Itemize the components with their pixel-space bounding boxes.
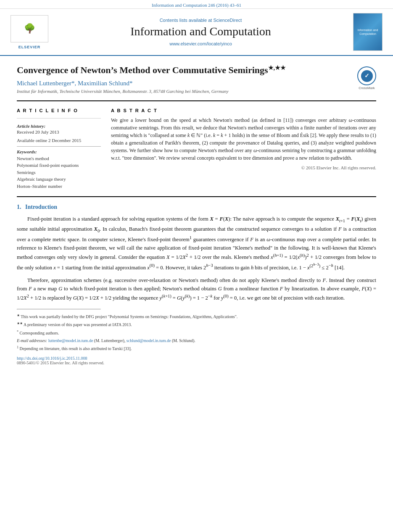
cover-title: Information and Computation — [355, 28, 380, 36]
elsevier-logo-section: 🌳 ELSEVIER — [8, 15, 50, 49]
elsevier-tree-icon: 🌳 — [24, 24, 35, 33]
info-divider-mid — [17, 146, 101, 147]
footnote-marker-2: ★★ — [17, 321, 23, 325]
info-divider-top — [17, 118, 101, 119]
section-divider — [17, 196, 376, 197]
abstract-column: A B S T R A C T We give a lower bound on… — [111, 108, 376, 190]
keyword-2: Polynomial fixed-point equations — [17, 162, 101, 169]
footnote-email-label: E-mail addresses: — [17, 338, 48, 343]
abstract-heading: A B S T R A C T — [111, 108, 376, 113]
footnote-divider — [17, 309, 101, 310]
article-info-column: A R T I C L E I N F O Article history: R… — [17, 108, 101, 190]
keyword-3: Semirings — [17, 169, 101, 176]
available-date: Available online 2 December 2015 — [17, 138, 101, 143]
thick-divider — [17, 100, 376, 101]
received-date: Received 20 July 2013 — [17, 129, 101, 134]
footnote-marker-4: 1 — [17, 345, 18, 349]
authors: Michael Luttenberger*, Maximilian Schlun… — [17, 80, 376, 87]
footnote-1: ★ This work was partially funded by the … — [17, 313, 376, 320]
footnote-marker-1: ★ — [17, 313, 20, 317]
history-label: Article history: — [17, 124, 101, 129]
article-title-text: Convergence of Newton’s Method over Comm… — [17, 65, 268, 75]
section-title-text: Introduction — [25, 204, 57, 210]
footnote-email: E-mail addresses: luttenbe@model.in.tum.… — [17, 337, 376, 344]
keyword-4: Algebraic language theory — [17, 176, 101, 183]
footnote-section: ★ This work was partially funded by the … — [17, 313, 376, 352]
authors-text: Michael Luttenberger*, Maximilian Schlun… — [17, 80, 133, 87]
footnote-email-1[interactable]: luttenbe@model.in.tum.de — [48, 338, 93, 343]
sciencedirect-link[interactable]: Contents lists available at ScienceDirec… — [55, 18, 347, 23]
intro-paragraph-2: Therefore, approximation schemes (e.g. s… — [17, 276, 376, 302]
footnote-marker-3: * — [17, 330, 18, 334]
footnote-text-4: Depending on literature, this result is … — [20, 346, 132, 351]
elsevier-label: ELSEVIER — [18, 45, 41, 49]
abstract-copyright: © 2015 Elsevier Inc. All rights reserved… — [111, 165, 376, 170]
crossmark-container[interactable]: ✓ CrossMark — [357, 66, 376, 90]
footnote-2: ★★ A preliminary version of this paper w… — [17, 321, 376, 328]
elsevier-logo-box: 🌳 — [11, 15, 48, 42]
journal-title-section: Contents lists available at ScienceDirec… — [55, 18, 347, 46]
journal-cover-thumb-section: Information and Computation — [351, 13, 385, 51]
introduction-title: 1. Introduction — [17, 204, 376, 211]
keywords-label: Keywords: — [17, 149, 101, 154]
footnote-text-2: A preliminary version of this paper was … — [24, 323, 132, 327]
journal-title-main: Information and Computation — [55, 24, 347, 39]
article-info-abstract-section: A R T I C L E I N F O Article history: R… — [17, 108, 376, 190]
intro-paragraph-1: Fixed-point iteration is a standard appr… — [17, 215, 376, 271]
footnote-text-1: This work was partially funded by the DF… — [21, 314, 237, 319]
crossmark-icon: ✓ — [357, 66, 376, 85]
footnote-text-3: Corresponding authors. — [20, 331, 59, 335]
article-title: Convergence of Newton’s Method over Comm… — [17, 64, 376, 76]
affiliation: Institut für Informatik, Technische Univ… — [17, 89, 376, 94]
article-title-footnote: ★,★★ — [268, 65, 286, 71]
footnote-email-1-name: (M. Luttenberger), — [94, 338, 127, 343]
contents-text: Contents lists available at — [160, 18, 212, 23]
sciencedirect-name: ScienceDirect — [213, 18, 242, 23]
main-content: ✓ CrossMark Convergence of Newton’s Meth… — [0, 56, 393, 374]
keyword-1: Newton's method — [17, 155, 101, 162]
article-doi[interactable]: http://dx.doi.org/10.1016/j.ic.2015.11.0… — [17, 356, 376, 361]
section-number: 1. — [17, 204, 21, 210]
footnote-email-2[interactable]: schlund@model.in.tum.de — [127, 338, 171, 343]
crossmark-inner: ✓ — [361, 70, 373, 82]
keywords-list: Newton's method Polynomial fixed-point e… — [17, 155, 101, 190]
journal-top-bar: Information and Computation 246 (2016) 4… — [0, 0, 393, 9]
journal-cover-thumbnail: Information and Computation — [353, 13, 382, 51]
abstract-text: We give a lower bound on the speed at wh… — [111, 116, 376, 162]
doi-link[interactable]: http://dx.doi.org/10.1016/j.ic.2015.11.0… — [17, 356, 87, 361]
article-info-heading: A R T I C L E I N F O — [17, 108, 101, 113]
journal-url[interactable]: www.elsevier.com/locate/yinco — [55, 41, 347, 46]
crossmark-label: CrossMark — [357, 86, 376, 90]
article-issn: 0890-5401/© 2015 Elsevier Inc. All right… — [17, 361, 376, 365]
footnote-3: * Corresponding authors. — [17, 329, 376, 336]
footnote-email-2-name: (M. Schlund). — [172, 338, 195, 343]
footnote-4: 1 Depending on literature, this result i… — [17, 345, 376, 352]
keyword-5: Horton–Strahler number — [17, 183, 101, 190]
journal-header: 🌳 ELSEVIER Contents lists available at S… — [0, 9, 393, 56]
journal-bar-text: Information and Computation 246 (2016) 4… — [152, 3, 241, 8]
